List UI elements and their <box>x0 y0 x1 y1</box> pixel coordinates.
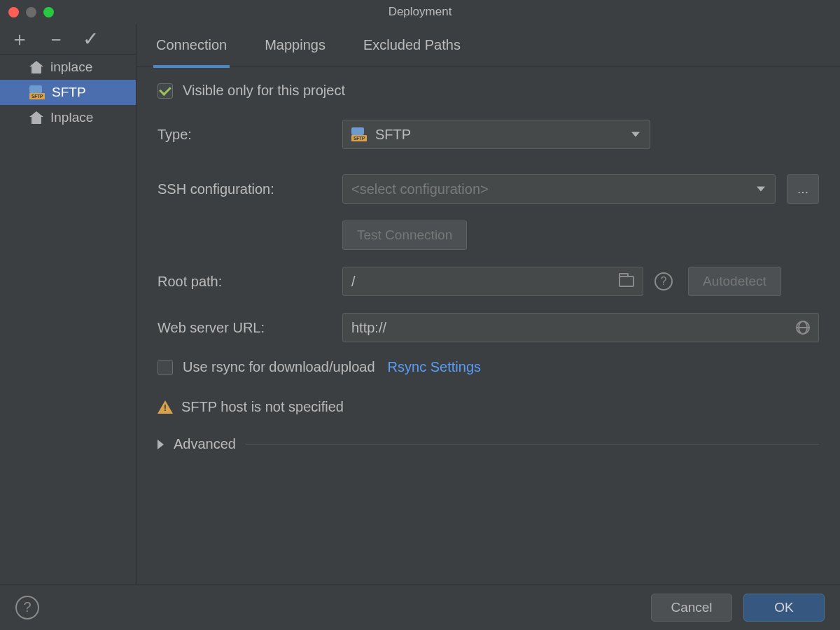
type-row: Type: SFTP SFTP <box>158 120 819 149</box>
button-label: OK <box>774 600 793 615</box>
server-item-label: inplace <box>50 59 92 75</box>
visible-only-checkbox[interactable] <box>158 83 173 99</box>
advanced-row: Advanced <box>158 436 819 452</box>
divider <box>246 444 819 444</box>
rsync-label: Use rsync for download/upload <box>183 359 375 375</box>
server-item-label: SFTP <box>52 85 86 100</box>
globe-icon[interactable] <box>796 321 810 335</box>
ok-button[interactable]: OK <box>743 594 825 622</box>
type-value: SFTP <box>375 127 411 143</box>
set-default-icon[interactable]: ✓ <box>83 29 99 49</box>
remove-server-icon[interactable]: － <box>46 29 66 49</box>
button-label: Test Connection <box>357 227 452 243</box>
test-connection-button[interactable]: Test Connection <box>342 220 467 250</box>
tab-excluded-paths[interactable]: Excluded Paths <box>363 24 461 67</box>
tab-label: Connection <box>156 37 227 53</box>
button-label: Cancel <box>671 600 712 615</box>
folder-icon[interactable] <box>619 276 634 287</box>
advanced-disclosure-icon[interactable] <box>158 440 164 449</box>
ssh-config-select[interactable]: <select configuration> <box>342 174 776 204</box>
sftp-icon: SFTP <box>351 127 367 141</box>
tab-label: Mappings <box>265 37 326 53</box>
warning-row: SFTP host is not specified <box>158 399 819 415</box>
connection-panel: Visible only for this project Type: SFTP… <box>136 67 840 584</box>
sftp-icon: SFTP <box>29 85 45 99</box>
root-path-row: Root path: ? Autodetect <box>158 267 819 296</box>
tab-label: Excluded Paths <box>363 37 461 53</box>
visible-only-label: Visible only for this project <box>183 83 345 99</box>
chevron-down-icon <box>757 187 765 192</box>
test-connection-row: Test Connection <box>158 220 819 250</box>
advanced-label[interactable]: Advanced <box>174 436 236 452</box>
dialog-help-icon[interactable]: ? <box>15 596 39 620</box>
warning-text: SFTP host is not specified <box>181 399 344 415</box>
window-title: Deployment <box>0 5 840 19</box>
root-path-field[interactable] <box>351 274 619 290</box>
warning-icon <box>158 400 173 414</box>
ellipsis-icon: ... <box>797 181 808 197</box>
server-item-label: Inplace <box>50 110 93 125</box>
tab-connection[interactable]: Connection <box>156 24 227 67</box>
ssh-config-row: SSH configuration: <select configuration… <box>158 174 819 204</box>
tab-bar: Connection Mappings Excluded Paths <box>136 24 840 67</box>
house-icon <box>29 61 43 74</box>
content-area: Connection Mappings Excluded Paths Visib… <box>136 24 840 584</box>
web-url-field[interactable] <box>351 320 796 336</box>
server-item-inplace-2[interactable]: Inplace <box>0 105 136 130</box>
root-path-label: Root path: <box>158 274 342 290</box>
ssh-config-browse-button[interactable]: ... <box>787 174 819 204</box>
ssh-config-placeholder: <select configuration> <box>351 181 489 197</box>
tab-mappings[interactable]: Mappings <box>265 24 326 67</box>
rsync-checkbox[interactable] <box>158 360 173 375</box>
autodetect-button[interactable]: Autodetect <box>688 267 781 296</box>
house-icon <box>29 111 43 124</box>
web-url-row: Web server URL: <box>158 313 819 342</box>
button-label: Autodetect <box>703 274 766 289</box>
web-url-input[interactable] <box>342 313 819 342</box>
server-list: inplace SFTP SFTP Inplace <box>0 55 136 130</box>
root-path-help-icon[interactable]: ? <box>654 272 673 290</box>
web-url-label: Web server URL: <box>158 320 342 336</box>
type-label: Type: <box>158 127 342 143</box>
chevron-down-icon <box>631 132 640 137</box>
add-server-icon[interactable]: ＋ <box>10 29 29 49</box>
rsync-settings-link[interactable]: Rsync Settings <box>388 359 481 375</box>
server-item-inplace[interactable]: inplace <box>0 55 136 80</box>
server-sidebar: ＋ － ✓ inplace SFTP SFTP Inplace <box>0 24 136 584</box>
server-item-sftp[interactable]: SFTP SFTP <box>0 80 136 105</box>
type-select[interactable]: SFTP SFTP <box>342 120 650 149</box>
rsync-row: Use rsync for download/upload Rsync Sett… <box>158 359 819 375</box>
visible-only-row: Visible only for this project <box>158 83 819 99</box>
root-path-input[interactable] <box>342 267 643 296</box>
ssh-config-label: SSH configuration: <box>158 181 342 197</box>
cancel-button[interactable]: Cancel <box>651 594 732 622</box>
title-bar: Deployment <box>0 0 840 24</box>
sidebar-toolbar: ＋ － ✓ <box>0 24 136 55</box>
dialog-footer: ? Cancel OK <box>0 584 840 630</box>
